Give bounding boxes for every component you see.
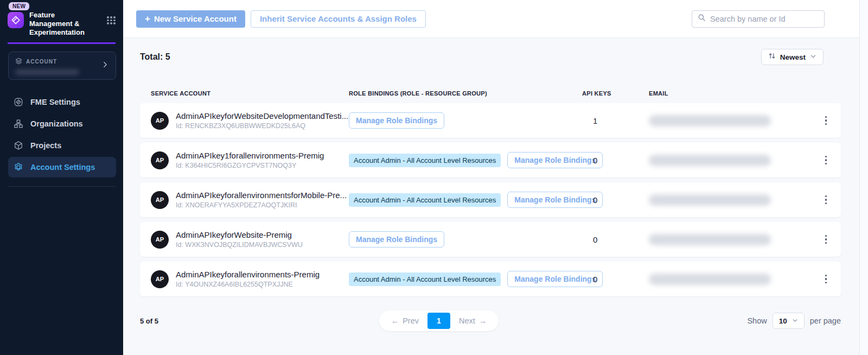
- projects-icon: [14, 141, 23, 150]
- service-account-cell: AP AdminAPIkeyforallenvironmentsforMobil…: [151, 191, 349, 209]
- email-cell: [649, 234, 821, 245]
- account-selector-body: ACCOUNT: [15, 57, 101, 75]
- current-page-button[interactable]: 1: [427, 313, 450, 329]
- service-account-id: Id: RENCKBZ3XQ6UBBWWEDKD25L6AQ: [176, 122, 348, 130]
- api-keys-count: 0: [582, 235, 649, 244]
- page-size-value: 10: [779, 317, 787, 325]
- kebab-menu-icon[interactable]: [822, 113, 831, 129]
- api-keys-count: 0: [582, 275, 649, 284]
- table-row: AP AdminAPIkey1forallenvironments-Premig…: [140, 143, 841, 178]
- avatar: AP: [151, 112, 169, 130]
- service-account-cell: AP AdminAPIkeyforWebsite-Premig Id: WXK3…: [151, 230, 349, 249]
- pager: ← Prev 1 Next →: [379, 310, 499, 331]
- toolbar: + New Service Account Inherit Service Ac…: [123, 0, 868, 38]
- sidebar-item-label: Projects: [30, 141, 61, 150]
- kebab-menu-icon[interactable]: [822, 271, 831, 287]
- service-account-cell: AP AdminAPIkeyforWebsiteDevelopmentandTe…: [151, 111, 349, 130]
- service-account-name: AdminAPIkeyforallenvironmentsforMobile-P…: [176, 191, 347, 200]
- next-page-button[interactable]: Next →: [450, 316, 495, 325]
- page-size-group: Show 10 per page: [700, 313, 841, 329]
- api-keys-count: 0: [582, 156, 649, 165]
- new-service-account-button[interactable]: + New Service Account: [136, 10, 245, 28]
- sidebar-item-account-settings[interactable]: Account Settings: [8, 157, 116, 178]
- role-bindings-cell: Account Admin - All Account Level Resour…: [349, 192, 582, 208]
- table-body: AP AdminAPIkeyforWebsiteDevelopmentandTe…: [140, 103, 841, 296]
- layers-icon: [15, 57, 22, 67]
- table-row: AP AdminAPIkeyforallenvironmentsforMobil…: [140, 182, 841, 217]
- sidebar-item-label: Organizations: [30, 119, 83, 128]
- column-header-api-keys: API KEYS: [582, 90, 649, 97]
- chevron-down-icon: [810, 52, 816, 62]
- chevron-right-icon: [101, 61, 109, 71]
- sidebar-divider: [8, 186, 116, 187]
- service-account-id: Id: K364HIC5RI6GZGYCPVST7NOQ3Y: [176, 162, 324, 169]
- show-label: Show: [747, 316, 767, 325]
- chevron-down-icon: [792, 316, 798, 325]
- sidebar-item-label: FME Settings: [30, 98, 80, 106]
- kebab-menu-icon[interactable]: [822, 192, 831, 208]
- kebab-menu-icon[interactable]: [822, 232, 831, 248]
- service-account-id: Id: XNOERAFYYA5XPDEZ7AOQTJKIRI: [176, 201, 347, 209]
- role-bindings-cell: Manage Role Bindings: [349, 112, 582, 129]
- api-keys-count: 0: [582, 195, 649, 205]
- service-account-cell: AP AdminAPIkeyforallenvironments-Premig …: [151, 270, 349, 288]
- kebab-menu-icon[interactable]: [822, 153, 831, 168]
- service-account-cell: AP AdminAPIkey1forallenvironments-Premig…: [151, 151, 349, 169]
- sort-value: Newest: [780, 53, 806, 61]
- service-account-id: Id: WXK3NVOJBQZILIDMAVBJWCSVWU: [176, 241, 303, 249]
- inherit-service-accounts-button[interactable]: Inherit Service Accounts & Assign Roles: [251, 10, 426, 28]
- search-box: [692, 10, 825, 28]
- app-root: NEW Feature Management & Experimentation: [0, 0, 868, 355]
- plus-icon: +: [145, 14, 150, 23]
- page-size-dropdown[interactable]: 10: [773, 313, 805, 329]
- email-redacted: [649, 234, 771, 245]
- avatar: AP: [151, 270, 169, 288]
- manage-role-bindings-button[interactable]: Manage Role Bindings: [349, 112, 444, 129]
- sidebar-nav: FME Settings Organizations Projects: [0, 92, 123, 178]
- sidebar-item-projects[interactable]: Projects: [8, 135, 116, 156]
- api-keys-count: 1: [582, 116, 649, 125]
- total-count: Total: 5: [140, 52, 170, 62]
- new-service-account-label: New Service Account: [154, 14, 237, 23]
- search-icon: [698, 14, 706, 24]
- email-cell: [649, 194, 821, 206]
- role-badge: Account Admin - All Account Level Resour…: [349, 193, 501, 207]
- gear-icon: [14, 162, 23, 172]
- avatar: AP: [151, 191, 169, 209]
- page-count: 5 of 5: [140, 317, 281, 325]
- service-account-name: AdminAPIkeyforWebsiteDevelopmentandTesti…: [176, 111, 348, 121]
- prev-page-button[interactable]: ← Prev: [382, 316, 427, 325]
- service-account-name: AdminAPIkeyforWebsite-Premig: [176, 230, 303, 239]
- next-label: Next: [459, 316, 475, 325]
- scrollbar-track[interactable]: [859, 0, 868, 355]
- app-switcher-icon[interactable]: [107, 16, 116, 24]
- sort-arrows-icon: [768, 52, 776, 62]
- service-account-id: Id: Y4OUNXZ46A6IBL6255QTPXJJNE: [176, 281, 320, 288]
- role-bindings-cell: Manage Role Bindings: [349, 231, 582, 248]
- new-badge: NEW: [9, 2, 29, 10]
- column-header-role-bindings: ROLE BINDINGS (ROLE - RESOURCE GROUP): [349, 90, 582, 97]
- table-row: AP AdminAPIkeyforWebsite-Premig Id: WXK3…: [140, 222, 841, 257]
- manage-role-bindings-button[interactable]: Manage Role Bindings: [349, 231, 444, 248]
- search-input[interactable]: [710, 15, 819, 23]
- table-row: AP AdminAPIkeyforallenvironments-Premig …: [140, 262, 841, 296]
- email-redacted: [649, 155, 771, 166]
- column-header-email: EMAIL: [649, 90, 821, 97]
- email-cell: [649, 115, 821, 126]
- sort-dropdown[interactable]: Newest: [761, 49, 824, 65]
- role-badge: Account Admin - All Account Level Resour…: [349, 272, 501, 286]
- sidebar-item-fme-settings[interactable]: FME Settings: [8, 92, 116, 112]
- email-redacted: [649, 274, 771, 285]
- main-area: + New Service Account Inherit Service Ac…: [123, 0, 868, 355]
- sidebar-item-label: Account Settings: [30, 163, 95, 172]
- account-selector[interactable]: ACCOUNT: [8, 52, 116, 80]
- brand-accent-rule: [8, 42, 116, 44]
- account-label: ACCOUNT: [26, 59, 57, 65]
- email-redacted: [649, 115, 771, 126]
- service-account-name: AdminAPIkey1forallenvironments-Premig: [176, 151, 324, 160]
- content: Total: 5 Newest SERVICE: [123, 38, 868, 355]
- email-cell: [649, 274, 821, 285]
- organizations-icon: [14, 119, 23, 129]
- pagination-bar: 5 of 5 ← Prev 1 Next →: [140, 310, 841, 331]
- sidebar-item-organizations[interactable]: Organizations: [8, 113, 116, 134]
